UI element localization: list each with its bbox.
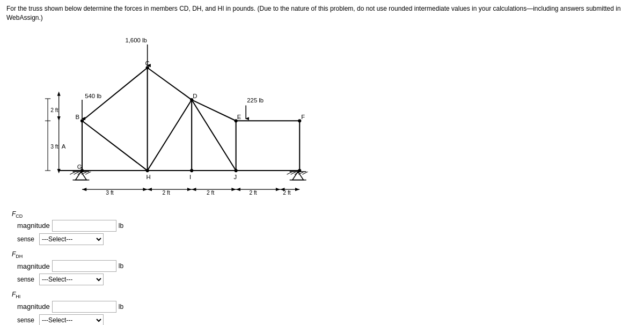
fcd-magnitude-row: magnitude lb <box>17 220 638 232</box>
fcd-sense-row: sense ---Select--- Tension Compression <box>17 233 638 245</box>
svg-text:2 ft: 2 ft <box>249 190 257 196</box>
fdh-sense-select[interactable]: ---Select--- Tension Compression <box>39 274 104 285</box>
svg-marker-67 <box>57 91 61 95</box>
svg-text:G: G <box>77 164 82 170</box>
fcd-unit: lb <box>119 222 123 230</box>
fhi-magnitude-label: magnitude <box>17 302 50 311</box>
fhi-sense-select[interactable]: ---Select--- Tension Compression <box>39 314 104 325</box>
fhi-magnitude-row: magnitude lb <box>17 301 638 313</box>
svg-marker-84 <box>236 188 240 191</box>
fdh-magnitude-row: magnitude lb <box>17 260 638 272</box>
svg-text:J: J <box>234 173 237 180</box>
svg-text:225 lb: 225 lb <box>247 97 264 104</box>
fhi-row: FHI magnitude lb sense ---Select--- Tens… <box>12 291 638 325</box>
svg-line-27 <box>148 100 192 171</box>
fcd-sense-label: sense <box>17 235 36 243</box>
svg-text:540 lb: 540 lb <box>85 93 101 99</box>
fcd-label: FCD <box>12 210 638 219</box>
svg-line-25 <box>82 121 148 171</box>
svg-text:2 ft: 2 ft <box>283 190 290 196</box>
svg-marker-89 <box>295 188 299 191</box>
svg-point-42 <box>298 169 301 172</box>
fdh-unit: lb <box>119 262 123 270</box>
fcd-label-sub: CD <box>16 213 23 219</box>
svg-text:2 ft: 2 ft <box>207 190 214 196</box>
svg-text:1,600 lb: 1,600 lb <box>125 36 147 43</box>
fdh-magnitude-label: magnitude <box>17 262 50 270</box>
fdh-row: FDH magnitude lb sense ---Select--- Tens… <box>12 250 638 285</box>
svg-point-34 <box>146 169 149 172</box>
svg-point-35 <box>190 169 193 172</box>
truss-diagram: G H I J B C D E F A 1,600 lb 540 lb 225 … <box>28 28 350 205</box>
svg-marker-76 <box>148 188 152 191</box>
svg-text:H: H <box>147 173 151 180</box>
fcd-row: FCD magnitude lb sense ---Select--- Tens… <box>12 210 638 245</box>
svg-line-22 <box>148 68 192 100</box>
svg-text:F: F <box>301 114 305 120</box>
fhi-sense-row: sense ---Select--- Tension Compression <box>17 314 638 325</box>
svg-marker-85 <box>276 188 280 191</box>
svg-text:B: B <box>76 114 80 120</box>
svg-text:2 ft: 2 ft <box>163 190 170 196</box>
fhi-sense-label: sense <box>17 316 36 324</box>
fcd-magnitude-input[interactable] <box>52 220 116 232</box>
svg-text:3 ft: 3 ft <box>106 190 113 196</box>
fdh-sense-label: sense <box>17 276 36 283</box>
fdh-label-sub: DH <box>16 254 23 259</box>
svg-text:3 ft: 3 ft <box>50 143 58 149</box>
fhi-unit: lb <box>119 303 123 311</box>
svg-point-37 <box>80 119 84 122</box>
fdh-magnitude-input[interactable] <box>52 260 116 272</box>
fhi-label-sub: HI <box>16 294 20 300</box>
fhi-magnitude-input[interactable] <box>52 301 116 313</box>
svg-marker-72 <box>82 188 86 191</box>
svg-text:E: E <box>237 114 241 120</box>
fcd-magnitude-label: magnitude <box>17 221 50 230</box>
svg-marker-73 <box>143 188 147 191</box>
svg-marker-81 <box>231 188 236 191</box>
answers-section: FCD magnitude lb sense ---Select--- Tens… <box>12 210 638 325</box>
svg-text:D: D <box>193 93 197 99</box>
problem-statement: For the truss shown below determine the … <box>6 4 638 23</box>
fdh-label: FDH <box>12 250 638 259</box>
svg-point-36 <box>235 169 238 172</box>
fdh-sense-row: sense ---Select--- Tension Compression <box>17 274 638 285</box>
svg-text:2 ft: 2 ft <box>50 107 58 113</box>
fhi-label: FHI <box>12 291 638 299</box>
svg-text:A: A <box>62 143 66 149</box>
fcd-sense-select[interactable]: ---Select--- Tension Compression <box>39 233 104 245</box>
svg-marker-77 <box>187 188 192 191</box>
svg-text:I: I <box>189 173 191 180</box>
svg-marker-80 <box>192 188 196 191</box>
